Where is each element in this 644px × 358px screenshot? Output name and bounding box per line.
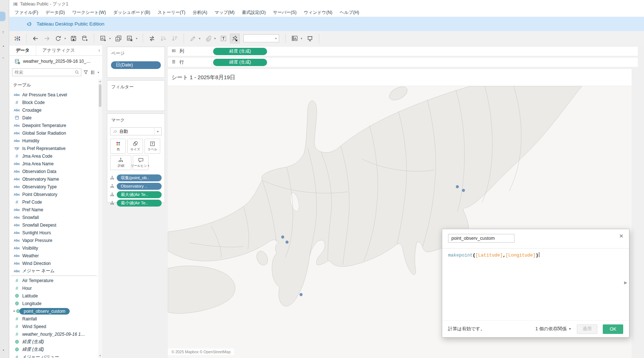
field-row[interactable]: Abc Weather bbox=[9, 252, 98, 259]
menu-item[interactable]: ヘルプ(H) bbox=[336, 9, 363, 16]
field-row[interactable]: Abc Observatory Name bbox=[9, 175, 98, 183]
chevron-down-icon[interactable]: ▼ bbox=[97, 71, 100, 74]
columns-shelf[interactable]: 列 経度 (生成) bbox=[168, 47, 638, 56]
fix-axes-pin-button[interactable] bbox=[230, 34, 240, 43]
field-row[interactable]: Abc Visibility bbox=[9, 244, 98, 252]
chevron-down-icon[interactable]: ▼ bbox=[109, 37, 111, 40]
marks-pill[interactable]: 最小値(Air Te.. bbox=[117, 200, 162, 207]
field-row[interactable]: Abc Global Solar Radiation bbox=[9, 129, 98, 137]
ok-button[interactable]: OK bbox=[603, 324, 623, 334]
field-row[interactable]: Latitude bbox=[9, 292, 98, 300]
marks-pill[interactable]: 最大値(Air Te.. bbox=[117, 191, 162, 198]
paperclip-button[interactable] bbox=[203, 34, 213, 43]
columns-pill[interactable]: 経度 (生成) bbox=[213, 48, 267, 55]
rows-pill[interactable]: 緯度 (生成) bbox=[213, 59, 267, 66]
field-row[interactable]: Abc Humidity bbox=[9, 137, 98, 145]
field-row[interactable]: # メジャー バリュー bbox=[9, 353, 98, 358]
close-icon[interactable]: ✕ bbox=[619, 233, 624, 239]
marks-button[interactable]: 色 bbox=[110, 139, 126, 154]
swap-axes-button[interactable] bbox=[147, 34, 157, 43]
filter-fields-icon[interactable] bbox=[83, 70, 88, 75]
chevron-down-icon[interactable]: ▼ bbox=[300, 37, 303, 40]
field-row[interactable]: Abc Air Pressure Sea Level bbox=[9, 91, 98, 99]
menu-item[interactable]: ファイル(F) bbox=[11, 9, 42, 16]
field-row[interactable]: 緯度 (生成) bbox=[9, 346, 98, 353]
marks-button[interactable]: 詳細 bbox=[110, 155, 131, 170]
map-point[interactable] bbox=[456, 185, 459, 188]
field-row[interactable]: Abc Pref Name bbox=[9, 206, 98, 213]
field-row[interactable]: Abc Vapor Pressure bbox=[9, 236, 98, 244]
expand-arrow-icon[interactable]: ▶ bbox=[624, 280, 627, 285]
sort-descending-button[interactable] bbox=[170, 34, 180, 43]
add-data-button[interactable] bbox=[80, 34, 90, 43]
field-row[interactable]: Abc メジャー ネーム bbox=[9, 267, 98, 275]
highlight-button[interactable] bbox=[188, 34, 198, 43]
show-me-button[interactable] bbox=[290, 34, 300, 43]
field-row[interactable]: Abc Croudage bbox=[9, 106, 98, 114]
toolbar-combobox[interactable]: ▼ bbox=[243, 34, 279, 42]
field-row[interactable]: # Rainfall bbox=[9, 315, 98, 323]
menu-item[interactable]: データ(D) bbox=[42, 9, 68, 16]
mark-type-dropdown[interactable]: 自動 ▼ bbox=[110, 127, 162, 135]
replay-button[interactable] bbox=[53, 34, 63, 43]
pages-pill[interactable]: 日(Date) bbox=[111, 61, 161, 69]
dependency-dropdown[interactable]: 1 個の依存関係 ▼ bbox=[535, 326, 571, 332]
field-row[interactable]: Abc Observation Data bbox=[9, 168, 98, 175]
field-list-scrollbar[interactable]: ▲ ▼ bbox=[98, 79, 102, 358]
marks-button[interactable]: ツールヒント bbox=[133, 155, 149, 170]
clear-sheet-button[interactable] bbox=[125, 34, 135, 43]
field-row[interactable]: # Block Code bbox=[9, 99, 98, 106]
field-row[interactable]: Longitude bbox=[9, 300, 98, 307]
menu-item[interactable]: ダッシュボード(B) bbox=[109, 9, 154, 16]
field-row[interactable]: # Hour bbox=[9, 284, 98, 292]
menu-item[interactable]: ストーリー(T) bbox=[154, 9, 189, 16]
marks-pill-row[interactable]: Observatory .. bbox=[108, 182, 162, 190]
save-button[interactable] bbox=[69, 34, 78, 43]
field-row[interactable]: Abc Snowfall bbox=[9, 213, 98, 221]
text-label-button[interactable] bbox=[219, 34, 228, 43]
field-row[interactable]: Abc Observatory Type bbox=[9, 183, 98, 190]
redo-button[interactable] bbox=[42, 34, 52, 43]
field-row[interactable]: Date bbox=[9, 114, 98, 122]
collapse-pane-icon[interactable]: ‹ bbox=[99, 47, 100, 53]
menu-item[interactable]: 分析(A) bbox=[189, 9, 211, 16]
map-point[interactable] bbox=[281, 235, 284, 238]
field-row[interactable]: Abc Dewpoint Temperature bbox=[9, 122, 98, 129]
undo-button[interactable] bbox=[31, 34, 41, 43]
marks-pill-row[interactable]: 最大値(Air Te.. bbox=[108, 191, 162, 198]
marks-pill-row[interactable]: 最小値(Air Te.. bbox=[108, 199, 162, 207]
field-row[interactable]: # Jma Area Code bbox=[9, 152, 98, 160]
search-box[interactable] bbox=[12, 68, 81, 76]
map-point[interactable] bbox=[285, 240, 288, 243]
chevron-down-icon[interactable]: ▼ bbox=[64, 37, 66, 40]
field-row[interactable]: 経度 (生成) bbox=[9, 338, 98, 346]
field-row[interactable]: Abc Wind Direction bbox=[9, 259, 98, 267]
menu-item[interactable]: ワークシート(W) bbox=[69, 9, 109, 16]
formula-editor[interactable]: makepoint([Latitude],[Longitude]) bbox=[448, 252, 539, 258]
scroll-up-icon[interactable]: ▲ bbox=[99, 79, 101, 84]
field-row[interactable]: # Pref Code bbox=[9, 198, 98, 206]
datasource-row[interactable]: weather_hourly_2025-09-16 10_… bbox=[9, 56, 102, 67]
view-options-icon[interactable] bbox=[90, 70, 95, 75]
chevron-down-icon[interactable]: ▼ bbox=[135, 37, 138, 40]
menu-item[interactable]: ウィンドウ(N) bbox=[300, 9, 336, 16]
field-row[interactable]: Abc Snowfall Deepest bbox=[9, 221, 98, 229]
marks-pill[interactable]: 収集(point_ob.. bbox=[117, 174, 162, 181]
presentation-button[interactable] bbox=[305, 34, 315, 43]
new-worksheet-button[interactable] bbox=[98, 34, 108, 43]
tab-data[interactable]: データ bbox=[9, 46, 36, 55]
menu-item[interactable]: マップ(M) bbox=[211, 9, 238, 16]
calculation-name-input[interactable] bbox=[448, 234, 514, 243]
search-input[interactable] bbox=[12, 70, 74, 75]
chevron-down-icon[interactable]: ▼ bbox=[198, 37, 201, 40]
marks-pill[interactable]: Observatory .. bbox=[117, 183, 162, 190]
marks-pill-row[interactable]: 収集(point_ob.. bbox=[108, 174, 162, 181]
field-row[interactable]: Abc Point Observatory bbox=[9, 190, 98, 198]
scrollbar-thumb[interactable] bbox=[99, 84, 101, 107]
tab-analytics[interactable]: アナリティクス bbox=[36, 46, 81, 55]
tableau-logo-button[interactable] bbox=[12, 34, 22, 43]
field-row[interactable]: = point_observ_custom bbox=[9, 307, 98, 315]
menu-item[interactable]: 書式設定(O) bbox=[238, 9, 269, 16]
map-point[interactable] bbox=[300, 293, 302, 296]
rows-shelf[interactable]: 行 緯度 (生成) bbox=[168, 58, 638, 67]
